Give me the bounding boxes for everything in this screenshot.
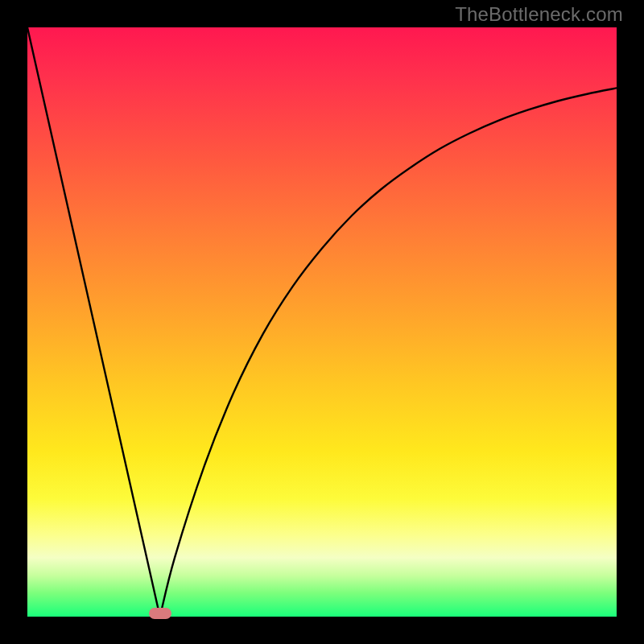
chart-frame: TheBottleneck.com (0, 0, 644, 644)
minimum-marker (149, 608, 171, 619)
curve-svg (27, 27, 617, 617)
bottleneck-curve (27, 27, 617, 617)
attribution-text: TheBottleneck.com (455, 3, 623, 26)
plot-area (27, 27, 617, 617)
